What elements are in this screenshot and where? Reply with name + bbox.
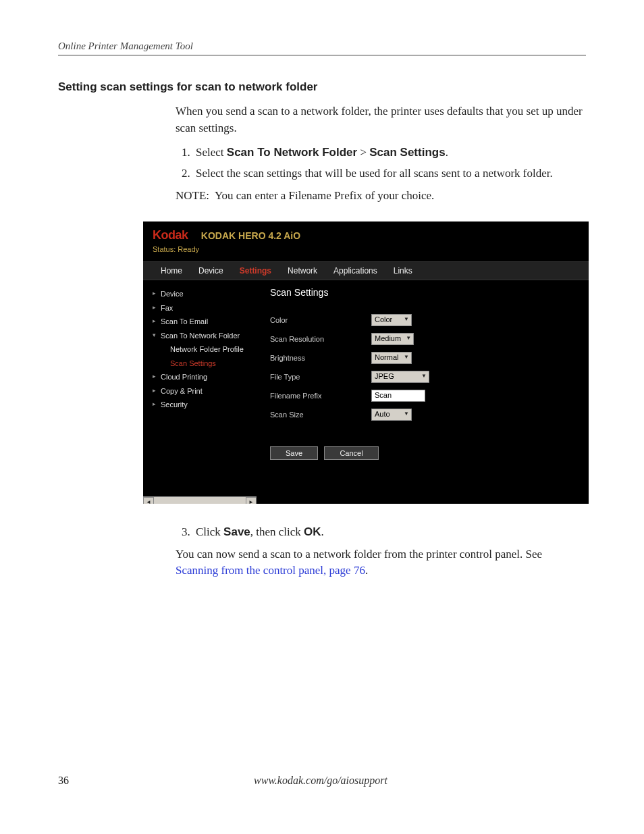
tab-device[interactable]: Device: [190, 262, 232, 280]
note: NOTE: You can enter a Filename Prefix of…: [176, 188, 586, 205]
printer-ui-screenshot: Kodak KODAK HERO 4.2 AiO Status: Ready H…: [143, 221, 589, 504]
sidebar-item-scan-to-network-folder[interactable]: ▾Scan To Network Folder: [153, 329, 252, 343]
sidebar-item-network-folder-profile[interactable]: Network Folder Profile: [153, 342, 252, 357]
scroll-left-icon[interactable]: ◄: [143, 497, 154, 504]
intro-block: When you send a scan to a network folder…: [176, 103, 586, 204]
cross-ref-link[interactable]: Scanning from the control panel, page 76: [176, 564, 365, 577]
button-row: Save Cancel: [270, 446, 575, 460]
sidebar-item-scan-settings[interactable]: Scan Settings: [153, 357, 252, 371]
chevron-right-icon: ▸: [153, 303, 156, 313]
ss-main: ▸Device ▸Fax ▸Scan To Email ▾Scan To Net…: [143, 280, 589, 504]
page-number: 36: [58, 775, 69, 787]
tab-bar: Home Device Settings Network Application…: [143, 261, 589, 280]
page-footer: 36 www.kodak.com/go/aiosupport: [58, 775, 586, 787]
tab-links[interactable]: Links: [385, 262, 421, 280]
ss-header: Kodak KODAK HERO 4.2 AiO Status: Ready: [143, 221, 589, 256]
step-3: Click Save, then click OK.: [193, 524, 586, 541]
sidebar-item-scan-to-email[interactable]: ▸Scan To Email: [153, 315, 252, 329]
save-button[interactable]: Save: [270, 446, 318, 460]
sidebar-item-fax[interactable]: ▸Fax: [153, 301, 252, 315]
sidebar-item-cloud-printing[interactable]: ▸Cloud Printing: [153, 370, 252, 384]
product-name: KODAK HERO 4.2 AiO: [201, 230, 300, 241]
label-scan-size: Scan Size: [270, 411, 371, 419]
tab-settings[interactable]: Settings: [232, 262, 279, 280]
label-file-type: File Type: [270, 373, 371, 381]
scroll-right-icon[interactable]: ►: [246, 497, 257, 504]
tab-home[interactable]: Home: [153, 262, 190, 280]
panel-title: Scan Settings: [270, 287, 575, 298]
select-brightness[interactable]: Normal: [371, 352, 412, 364]
section-heading: Setting scan settings for scan to networ…: [58, 80, 586, 94]
intro-para: When you send a scan to a network folder…: [176, 103, 586, 136]
chevron-right-icon: ▸: [153, 317, 156, 326]
row-filename-prefix: Filename Prefix Scan: [270, 390, 575, 402]
kodak-logo: Kodak: [153, 228, 188, 242]
row-file-type: File Type JPEG: [270, 371, 575, 383]
sidebar-item-security[interactable]: ▸Security: [153, 398, 252, 412]
status-line: Status: Ready: [153, 245, 579, 253]
sidebar-scrollbar[interactable]: ◄ ►: [143, 496, 257, 504]
after-block: Click Save, then click OK. You can now s…: [176, 524, 586, 579]
label-filename-prefix: Filename Prefix: [270, 392, 371, 400]
chevron-down-icon: ▾: [153, 331, 156, 340]
after-para: You can now send a scan to a network fol…: [176, 546, 586, 579]
chevron-right-icon: ▸: [153, 400, 156, 409]
select-resolution[interactable]: Medium: [371, 333, 414, 345]
step-1: Select Scan To Network Folder > Scan Set…: [193, 145, 586, 161]
ss-content: Scan Settings Color Color Scan Resolutio…: [257, 280, 589, 504]
label-color: Color: [270, 316, 371, 324]
steps-list-top: Select Scan To Network Folder > Scan Set…: [193, 145, 586, 182]
select-color[interactable]: Color: [371, 314, 412, 326]
running-header: Online Printer Management Tool: [58, 41, 586, 56]
chevron-right-icon: ▸: [153, 372, 156, 382]
tab-network[interactable]: Network: [279, 262, 325, 280]
label-brightness: Brightness: [270, 354, 371, 362]
row-scan-size: Scan Size Auto: [270, 409, 575, 421]
footer-url: www.kodak.com/go/aiosupport: [69, 775, 572, 787]
row-brightness: Brightness Normal: [270, 352, 575, 364]
ss-sidebar: ▸Device ▸Fax ▸Scan To Email ▾Scan To Net…: [143, 280, 257, 504]
steps-list-bottom: Click Save, then click OK.: [193, 524, 586, 541]
select-file-type[interactable]: JPEG: [371, 371, 429, 383]
sidebar-item-device[interactable]: ▸Device: [153, 287, 252, 301]
label-resolution: Scan Resolution: [270, 335, 371, 343]
row-color: Color Color: [270, 314, 575, 326]
row-resolution: Scan Resolution Medium: [270, 333, 575, 345]
tab-applications[interactable]: Applications: [325, 262, 385, 280]
cancel-button[interactable]: Cancel: [324, 446, 378, 460]
chevron-right-icon: ▸: [153, 289, 156, 298]
step-2: Select the scan settings that will be us…: [193, 165, 586, 182]
input-filename-prefix[interactable]: Scan: [371, 390, 425, 402]
select-scan-size[interactable]: Auto: [371, 409, 412, 421]
sidebar-item-copy-print[interactable]: ▸Copy & Print: [153, 384, 252, 398]
chevron-right-icon: ▸: [153, 386, 156, 396]
